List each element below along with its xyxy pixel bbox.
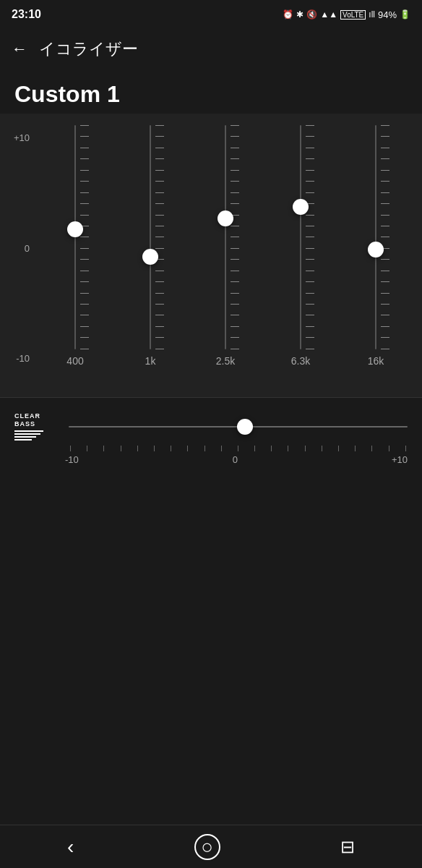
eq-tick xyxy=(80,203,89,204)
eq-tick xyxy=(381,203,389,204)
h-tick xyxy=(355,446,356,451)
slider-thumb-16k[interactable] xyxy=(368,242,384,258)
eq-tick xyxy=(155,226,164,226)
clearbass-section: CLEAR BASS -10 0 +10 xyxy=(0,398,422,475)
eq-tick xyxy=(381,315,389,315)
clearbass-line-4 xyxy=(14,439,32,441)
clearbass-slider-thumb[interactable] xyxy=(237,419,253,435)
clearbass-line-3 xyxy=(14,436,36,438)
signal-icon: ıll xyxy=(369,9,375,20)
eq-tick xyxy=(231,192,239,193)
eq-tick xyxy=(306,215,314,216)
h-ticks xyxy=(69,446,408,451)
clearbass-slider-container[interactable] xyxy=(69,412,408,441)
clearbass-slider-wrapper xyxy=(69,412,408,441)
eq-tick xyxy=(155,215,164,216)
h-scale-max: +10 xyxy=(392,454,408,465)
clearbass-slider-track xyxy=(69,426,408,427)
eq-tick xyxy=(381,136,389,137)
eq-tick xyxy=(306,304,314,305)
eq-tick xyxy=(381,125,389,126)
header: ← イコライザー xyxy=(0,29,422,69)
nav-recent-button[interactable]: ⊟ xyxy=(326,830,369,864)
tick-marks-16k xyxy=(381,125,389,349)
eq-tick xyxy=(306,192,314,193)
h-tick xyxy=(288,446,288,451)
eq-tick xyxy=(80,158,89,159)
nav-back-button[interactable]: ‹ xyxy=(53,828,88,866)
bottom-nav: ‹ ○ ⊟ xyxy=(0,825,422,868)
slider-thumb-400[interactable] xyxy=(67,221,83,237)
y-axis: +10 0 -10 xyxy=(14,132,30,364)
eq-tick xyxy=(80,281,89,282)
eq-tick xyxy=(231,315,239,315)
eq-tick xyxy=(306,125,314,126)
eq-tick xyxy=(80,181,89,182)
eq-tick xyxy=(306,326,314,327)
clearbass-title-bass: BASS xyxy=(14,420,54,428)
clearbass-line-2 xyxy=(14,433,40,435)
eq-tick xyxy=(381,281,389,282)
slider-thumb-63k[interactable] xyxy=(293,199,309,215)
wifi-icon: ▲▲ xyxy=(320,9,337,20)
h-tick xyxy=(204,446,205,451)
h-tick xyxy=(305,446,306,451)
battery-icon: 🔋 xyxy=(400,9,410,20)
eq-tick xyxy=(306,248,314,249)
slider-track-400[interactable] xyxy=(74,125,76,349)
eq-tick xyxy=(80,349,89,349)
eq-tick xyxy=(80,248,89,249)
eq-tick xyxy=(155,315,164,315)
eq-tick xyxy=(155,170,164,171)
eq-tick xyxy=(80,293,89,294)
eq-container: +10 0 -10 400 1k xyxy=(9,125,413,386)
eq-band-400: 400 xyxy=(43,125,108,367)
eq-tick xyxy=(381,293,389,294)
eq-tick xyxy=(155,203,164,204)
eq-tick xyxy=(80,237,89,237)
h-tick xyxy=(187,446,188,451)
eq-tick xyxy=(231,125,239,126)
h-tick xyxy=(221,446,222,451)
eq-tick xyxy=(381,170,389,171)
back-button[interactable]: ← xyxy=(12,40,27,59)
h-scale-center: 0 xyxy=(233,454,238,465)
eq-tick xyxy=(155,237,164,237)
eq-tick xyxy=(381,181,389,182)
eq-tick xyxy=(155,136,164,137)
page-title: Custom 1 xyxy=(0,69,422,114)
h-tick xyxy=(103,446,104,451)
status-icons: ⏰ ✱ 🔇 ▲▲ VoLTE ıll 94% 🔋 xyxy=(283,9,410,20)
slider-track-16k[interactable] xyxy=(375,125,376,349)
eq-tick xyxy=(80,337,89,338)
slider-track-25k[interactable] xyxy=(225,125,226,349)
h-tick xyxy=(121,446,121,451)
volte-badge: VoLTE xyxy=(340,10,366,20)
tick-marks-63k xyxy=(306,125,314,349)
eq-tick xyxy=(306,148,314,148)
nav-home-button[interactable]: ○ xyxy=(194,834,220,860)
slider-track-1k[interactable] xyxy=(150,125,151,349)
eq-tick xyxy=(231,271,239,271)
clearbass-lines xyxy=(14,430,54,441)
eq-tick xyxy=(381,158,389,159)
slider-track-63k[interactable] xyxy=(300,125,301,349)
band-label-25k: 2.5k xyxy=(216,355,235,367)
eq-tick xyxy=(80,215,89,216)
eq-tick xyxy=(306,237,314,237)
eq-tick xyxy=(80,271,89,271)
eq-tick xyxy=(306,293,314,294)
tick-marks-1k xyxy=(155,125,164,349)
tick-marks-400 xyxy=(80,125,89,349)
mute-icon: 🔇 xyxy=(306,9,317,20)
slider-thumb-25k[interactable] xyxy=(218,210,233,226)
alarm-icon: ⏰ xyxy=(283,9,293,20)
eq-tick xyxy=(231,203,239,204)
eq-tick xyxy=(306,337,314,338)
h-tick xyxy=(70,446,71,451)
slider-thumb-1k[interactable] xyxy=(142,249,158,265)
eq-tick xyxy=(231,226,239,226)
h-ticks-row xyxy=(14,446,408,451)
eq-tick xyxy=(155,326,164,327)
clearbass-label-block: CLEAR BASS xyxy=(14,412,54,441)
